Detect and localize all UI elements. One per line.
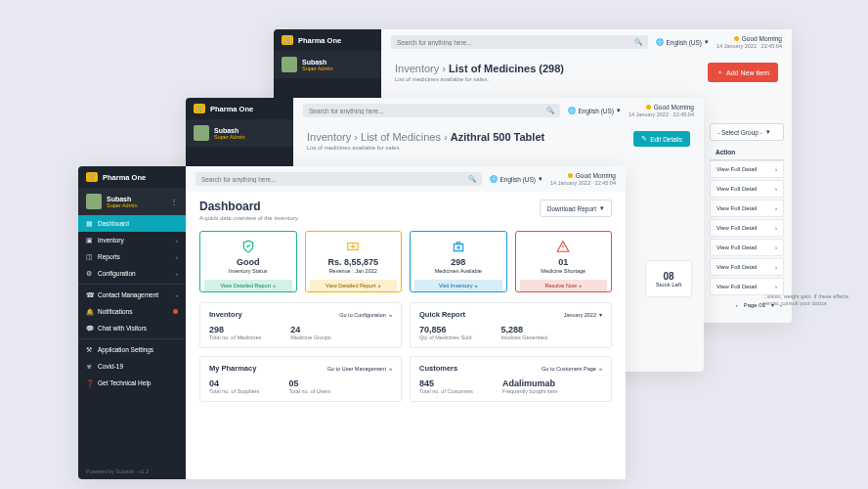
notification-dot <box>173 309 178 314</box>
breadcrumb-segment[interactable]: Inventory <box>307 131 351 143</box>
stats-label: Frequently bought item <box>502 388 557 394</box>
search-icon: 🔍 <box>546 107 554 114</box>
chevron-down-icon: ▾ <box>539 175 542 183</box>
search-input[interactable]: 🔍 <box>303 104 560 117</box>
stock-left-value: 08 <box>663 271 673 282</box>
kebab-icon[interactable]: ⋮ <box>170 198 178 206</box>
sidebar-item-covid[interactable]: ☣Covid-19 <box>78 358 186 375</box>
language-select[interactable]: 🌐 English (US) ▾ <box>490 175 542 183</box>
search-field[interactable] <box>309 108 546 114</box>
stats-link[interactable]: January 2022▾ <box>564 312 602 318</box>
stats-value: 24 <box>290 325 331 334</box>
select-group-dropdown[interactable]: - Select Group -▾ <box>710 123 784 141</box>
kpi-label: Medicines Available <box>435 268 482 274</box>
user-block[interactable]: Subash Super Admin <box>274 51 381 78</box>
chevron-down-icon: ▾ <box>617 107 621 114</box>
sidebar-item-label: Chat with Visitors <box>98 325 147 332</box>
search-input[interactable]: 🔍 <box>195 172 482 186</box>
sidebar-item-label: Contact Management <box>98 291 158 298</box>
stats-link[interactable]: Go to User Management» <box>327 366 392 372</box>
search-input[interactable]: 🔍 <box>391 35 648 49</box>
chevron-right-icon: › <box>176 238 178 244</box>
language-select[interactable]: 🌐 English (US) ▾ <box>656 38 709 46</box>
sun-icon <box>734 36 739 41</box>
edit-details-button[interactable]: ✎ Edit Details <box>633 131 690 147</box>
sidebar-menu: ▦Dashboard ▣Inventory› ◫Reports› ⚙Config… <box>78 215 186 479</box>
chevron-down-icon: ▾ <box>600 204 604 212</box>
view-detail-link[interactable]: View Full Detail› <box>710 200 784 217</box>
globe-icon: 🌐 <box>490 175 498 183</box>
kpi-row: Good Inventory Status View Detailed Repo… <box>199 231 612 292</box>
stats-label: Total no. of Customers <box>419 388 473 394</box>
gear-icon: ⚙ <box>86 270 93 277</box>
sidebar-item-app-settings[interactable]: ⚒Application Settings <box>78 341 186 358</box>
view-detail-link[interactable]: View Full Detail› <box>710 180 784 198</box>
stats-value: 05 <box>288 378 330 388</box>
user-block[interactable]: Subash Super Admin <box>186 119 293 147</box>
double-chevron-icon: » <box>273 283 276 289</box>
language-label: English (US) <box>579 108 614 114</box>
view-detail-link[interactable]: View Full Detail› <box>710 258 784 276</box>
user-block[interactable]: Subash Super Admin ⋮ <box>78 188 186 215</box>
chevron-down-icon: ▾ <box>705 38 709 46</box>
kpi-value: Rs. 8,55,875 <box>327 257 378 267</box>
add-new-item-button[interactable]: ＋ Add New Item <box>708 63 778 82</box>
globe-icon: 🌐 <box>568 107 576 114</box>
sidebar-item-notifications[interactable]: 🔔Notifications <box>78 303 186 320</box>
sun-icon <box>568 173 573 178</box>
chevron-right-icon: › <box>775 186 777 192</box>
sidebar-item-label: Notifications <box>98 308 132 315</box>
view-detail-link[interactable]: View Full Detail› <box>710 219 784 237</box>
stats-my-pharmacy: My Pharmacy Go to User Management» 04Tot… <box>199 356 402 402</box>
stats-link[interactable]: Go to Configuration» <box>339 312 392 318</box>
sidebar-item-configuration[interactable]: ⚙Configuration› <box>78 265 186 282</box>
kpi-link[interactable]: View Detailed Report» <box>310 280 398 291</box>
stats-label: Qty of Medicines Sold <box>419 334 472 340</box>
greeting-block: Good Morning 14 January 2022 · 22:45:04 <box>550 172 616 186</box>
search-field[interactable] <box>201 176 468 183</box>
search-icon: 🔍 <box>468 175 476 183</box>
stats-value: 04 <box>209 378 259 388</box>
kpi-label: Inventory Status <box>229 268 268 274</box>
language-label: English (US) <box>500 176 536 183</box>
chart-icon: ◫ <box>86 253 93 260</box>
download-report-button[interactable]: Download Report ▾ <box>540 200 612 217</box>
chevron-left-icon[interactable]: ‹ <box>736 302 738 308</box>
sidebar-item-inventory[interactable]: ▣Inventory› <box>78 232 186 248</box>
breadcrumb-parent[interactable]: Inventory <box>395 63 439 74</box>
kpi-value: Good <box>237 257 260 267</box>
sidebar-item-contact-management[interactable]: ☎Contact Management› <box>78 287 186 303</box>
sidebar-item-reports[interactable]: ◫Reports› <box>78 248 186 265</box>
pencil-icon: ✎ <box>641 135 647 143</box>
stats-link[interactable]: Go to Customers Page» <box>542 366 602 372</box>
search-field[interactable] <box>397 39 634 46</box>
stock-left-card: 08 Stock Left <box>645 260 692 297</box>
sidebar-item-chat[interactable]: 💬Chat with Visitors <box>78 320 186 336</box>
chevron-right-icon: › <box>176 271 178 277</box>
sidebar-item-label: Inventory <box>98 237 124 244</box>
double-chevron-icon: » <box>378 283 381 289</box>
kpi-medicines-available: 298 Medicines Available Visit Inventory» <box>410 231 507 292</box>
language-select[interactable]: 🌐 English (US) ▾ <box>568 107 621 114</box>
sliders-icon: ⚒ <box>86 346 93 353</box>
sidebar-item-label: Reports <box>98 253 120 260</box>
breadcrumb-segment[interactable]: List of Medicines <box>361 131 441 143</box>
kpi-link[interactable]: Visit Inventory» <box>414 280 502 291</box>
stats-title: My Pharmacy <box>209 364 256 373</box>
user-role: Super Admin <box>302 66 333 71</box>
stats-title: Customers <box>419 364 457 373</box>
chevron-right-icon: › <box>775 166 777 172</box>
shield-icon <box>241 240 255 253</box>
user-name: Subash <box>302 59 333 66</box>
sidebar-item-tech-help[interactable]: ❓Get Technical Help <box>78 375 186 391</box>
bell-icon: 🔔 <box>86 308 93 315</box>
brand: 🛒 Pharma One <box>186 98 293 119</box>
sidebar-item-dashboard[interactable]: ▦Dashboard <box>78 215 186 232</box>
kpi-link[interactable]: View Detailed Report» <box>204 280 292 291</box>
kpi-link[interactable]: Resolve Now» <box>520 280 608 291</box>
date-text: 14 January 2022 · 22:45:04 <box>629 111 694 117</box>
stats-value: 70,856 <box>419 325 472 334</box>
view-detail-link[interactable]: View Full Detail› <box>710 160 784 178</box>
brand-logo-icon: 🛒 <box>282 35 293 45</box>
view-detail-link[interactable]: View Full Detail› <box>710 239 784 256</box>
